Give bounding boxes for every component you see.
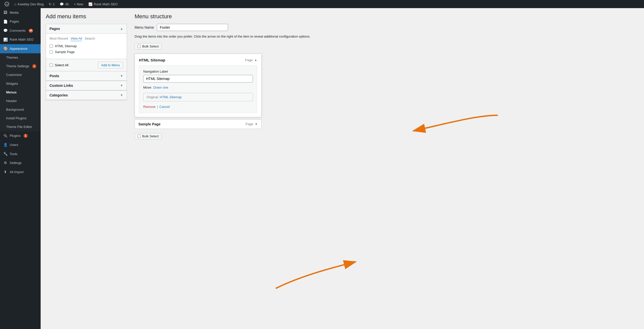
add-menu-items-title: Add menu items	[46, 13, 127, 20]
top-bulk-select-button[interactable]: Bulk Select	[135, 43, 162, 50]
bottom-bulk-select-checkbox[interactable]	[137, 135, 141, 138]
pages-icon: 📄	[3, 19, 8, 24]
categories-accordion-header[interactable]: Categories ▼	[46, 91, 127, 100]
move-down-one-link[interactable]: Down one	[153, 86, 168, 89]
sidebar-item-install-plugins[interactable]: Install Plugins	[0, 114, 41, 123]
original-row: Original: HTML Sitemap	[143, 93, 253, 101]
sample-page-collapsed-header[interactable]: Sample Page Page ▼	[135, 120, 261, 129]
action-separator: |	[157, 105, 158, 109]
sidebar-submenu-appearance: Themes Theme Settings 1 Customize Widget…	[0, 53, 41, 131]
collapsed-item-title: Sample Page	[138, 122, 160, 126]
sidebar-item-all-import[interactable]: ⬆ All Import	[0, 168, 41, 177]
menu-description: Drag the items into the order you prefer…	[135, 34, 338, 39]
comments-badge: 45	[29, 29, 33, 33]
bottom-bulk-select-row: Bulk Select	[135, 133, 639, 139]
posts-accordion-title: Posts	[50, 74, 59, 78]
sidebar-item-tools[interactable]: 🔧 Tools	[0, 150, 41, 159]
tab-most-recent[interactable]: Most Recent	[50, 37, 68, 41]
sidebar-item-pages[interactable]: 📄 Pages	[0, 17, 41, 26]
move-row: Move Down one	[143, 86, 253, 89]
sidebar-item-theme-file-editor[interactable]: Theme File Editor	[0, 123, 41, 131]
select-all-checkbox[interactable]	[50, 63, 53, 67]
nav-label-label: Navigation Label	[143, 70, 253, 73]
original-link[interactable]: HTML Sitemap	[160, 95, 182, 99]
expanded-item-type: Page	[245, 58, 253, 62]
sidebar-item-header[interactable]: Header	[0, 97, 41, 105]
menu-name-row: Menu Name	[135, 24, 639, 31]
custom-links-accordion: Custom Links ▼	[46, 81, 127, 91]
html-sitemap-checkbox[interactable]	[50, 44, 53, 48]
custom-links-accordion-header[interactable]: Custom Links ▼	[46, 81, 127, 90]
expanded-item-chevron-up-icon: ▲	[254, 58, 257, 62]
pages-accordion-title: Pages	[50, 27, 60, 31]
html-sitemap-expanded-card: HTML Sitemap Page ▲ Navigation Label Mov…	[135, 54, 262, 117]
adminbar-site-name[interactable]: ⌂ Kwebby Dev Blog	[12, 0, 46, 8]
sidebar-item-themes[interactable]: Themes	[0, 53, 41, 62]
menu-structure-title: Menu structure	[135, 13, 639, 20]
expanded-item-title: HTML Sitemap	[139, 58, 165, 62]
pages-accordion-footer: Select All Add to Menu	[46, 59, 127, 71]
add-menu-items-panel: Add menu items Pages ▲ Most Recent View …	[46, 13, 127, 324]
cancel-link[interactable]: Cancel	[159, 105, 170, 109]
pages-footer-left: Select All	[50, 63, 68, 67]
rank-math-icon: 📊	[3, 37, 8, 42]
sidebar-item-theme-settings[interactable]: Theme Settings 1	[0, 62, 41, 71]
tab-view-all[interactable]: View All	[71, 37, 82, 41]
collapsed-item-chevron-down-icon: ▼	[255, 122, 258, 126]
sidebar-item-comments[interactable]: 💬 Comments 45	[0, 26, 41, 35]
wp-logo-button[interactable]: W	[2, 0, 12, 8]
all-import-icon: ⬆	[3, 170, 8, 175]
sidebar-item-users[interactable]: 👤 Users	[0, 140, 41, 150]
sidebar-item-appearance[interactable]: 🎨 Appearance	[0, 44, 41, 53]
sidebar-item-widgets[interactable]: Widgets	[0, 79, 41, 88]
settings-icon: ⚙	[3, 160, 8, 166]
sidebar-item-background[interactable]: Background	[0, 105, 41, 114]
remove-link[interactable]: Remove	[143, 105, 155, 109]
sidebar-item-settings[interactable]: ⚙ Settings	[0, 158, 41, 168]
collapsed-item-type: Page	[246, 122, 253, 126]
custom-links-accordion-title: Custom Links	[50, 84, 73, 88]
menu-structure-panel: Menu structure Menu Name Drag the items …	[135, 13, 639, 324]
top-bulk-select-row: Bulk Select	[135, 43, 639, 50]
nav-label-input[interactable]	[143, 75, 253, 83]
sidebar-item-media[interactable]: 🖼 Media	[0, 8, 41, 17]
sample-page-checkbox[interactable]	[50, 50, 53, 54]
custom-links-chevron-down-icon: ▼	[120, 84, 123, 87]
pages-item-sample-page: Sample Page	[50, 50, 123, 54]
adminbar-rank-math[interactable]: 📈 Rank Math SEO	[86, 0, 120, 8]
users-icon: 👤	[3, 142, 8, 147]
theme-settings-badge: 1	[32, 64, 36, 68]
appearance-icon: 🎨	[3, 46, 8, 51]
media-icon: 🖼	[3, 10, 8, 15]
content-area: Add menu items Pages ▲ Most Recent View …	[41, 8, 644, 329]
bottom-bulk-select-button[interactable]: Bulk Select	[135, 133, 162, 139]
categories-chevron-down-icon: ▼	[120, 93, 123, 97]
sidebar-item-plugins[interactable]: 🔌 Plugins 1	[0, 131, 41, 141]
adminbar-comments[interactable]: 💬 45	[57, 0, 71, 8]
posts-accordion-header[interactable]: Posts ▼	[46, 71, 127, 81]
sidebar-item-rank-math[interactable]: 📊 Rank Math SEO	[0, 35, 41, 44]
menu-name-label: Menu Name	[135, 25, 154, 29]
categories-accordion-title: Categories	[50, 93, 68, 97]
pages-accordion-chevron-up-icon: ▲	[120, 27, 123, 30]
tab-search[interactable]: Search	[85, 37, 95, 41]
tools-icon: 🔧	[3, 152, 8, 157]
adminbar-updates[interactable]: ↻ 1	[46, 0, 57, 8]
categories-accordion: Categories ▼	[46, 90, 127, 100]
sidebar-item-customize[interactable]: Customize	[0, 71, 41, 79]
pages-accordion-header[interactable]: Pages ▲	[46, 24, 127, 34]
sidebar-item-menus[interactable]: Menus	[0, 88, 41, 97]
svg-text:W: W	[6, 3, 8, 6]
add-to-menu-button[interactable]: Add to Menu	[98, 62, 123, 69]
pages-item-html-sitemap: HTML Sitemap	[50, 44, 123, 48]
top-bulk-select-checkbox[interactable]	[137, 45, 141, 48]
plugins-icon: 🔌	[3, 134, 8, 139]
adminbar-new[interactable]: + New	[71, 0, 86, 8]
sample-page-collapsed-card: Sample Page Page ▼	[135, 119, 262, 129]
plugins-badge: 1	[24, 134, 28, 138]
posts-accordion-chevron-down-icon: ▼	[120, 74, 123, 78]
pages-accordion-content: Most Recent View All Search HTML Sitemap…	[46, 34, 127, 59]
pages-accordion-tabs: Most Recent View All Search	[50, 37, 123, 41]
sidebar: 🖼 Media 📄 Pages 💬 Comments 45 📊 Rank Mat…	[0, 8, 41, 329]
menu-name-input[interactable]	[157, 24, 228, 31]
